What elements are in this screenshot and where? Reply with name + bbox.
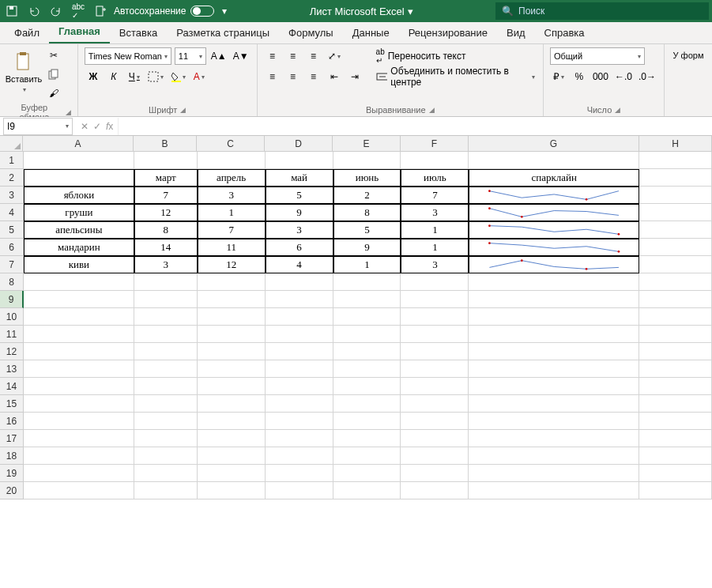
cell[interactable] [24,465,134,482]
tab-data[interactable]: Данные [343,22,399,43]
cell[interactable]: киви [24,256,134,273]
cell[interactable] [333,360,401,378]
cell[interactable] [198,308,266,326]
cell[interactable] [24,326,134,343]
cell[interactable] [24,447,134,465]
cell[interactable] [469,413,639,430]
cell[interactable] [266,413,333,430]
cell[interactable]: 1 [401,239,469,256]
row-header[interactable]: 6 [0,239,24,256]
tab-review[interactable]: Рецензирование [399,22,497,43]
cell[interactable] [469,152,639,169]
cell[interactable] [639,152,712,169]
tab-home[interactable]: Главная [49,21,110,43]
cell[interactable] [639,308,712,326]
row-header[interactable]: 15 [0,395,24,413]
tab-help[interactable]: Справка [535,22,594,43]
cell[interactable] [134,273,198,291]
name-box[interactable]: I9▾ [3,118,73,135]
decrease-decimal-icon[interactable]: .0→ [637,68,657,85]
row-header[interactable]: 5 [0,221,24,239]
cell[interactable] [401,326,469,343]
cell[interactable] [333,413,401,430]
cell[interactable] [401,378,469,395]
cell[interactable] [639,447,712,465]
cell[interactable] [639,395,712,413]
cell[interactable]: 3 [198,187,266,204]
tab-file[interactable]: Файл [5,22,49,43]
cell[interactable] [639,204,712,221]
cell[interactable] [134,395,198,413]
cell[interactable] [266,343,333,360]
cell[interactable] [401,430,469,447]
tab-layout[interactable]: Разметка страницы [167,22,279,43]
cell[interactable] [639,169,712,187]
underline-button[interactable]: Ч▾ [126,68,143,85]
cell[interactable] [198,413,266,430]
row-header[interactable]: 12 [0,343,24,360]
formula-input[interactable] [118,118,712,135]
cell[interactable]: 3 [266,221,333,239]
new-sheet-icon[interactable] [92,2,109,20]
cell[interactable]: 9 [266,204,333,221]
cell[interactable] [266,152,333,169]
align-bottom-icon[interactable]: ≡ [305,47,322,65]
cell[interactable] [469,187,639,204]
cell[interactable] [469,482,639,499]
cell[interactable] [469,465,639,482]
cell[interactable] [198,343,266,360]
row-header[interactable]: 4 [0,204,24,221]
cell[interactable] [401,447,469,465]
dialog-launcher-icon[interactable]: ◢ [180,106,186,114]
cell[interactable] [198,326,266,343]
row-header[interactable]: 1 [0,152,24,169]
cell[interactable] [266,447,333,465]
cell[interactable] [401,343,469,360]
cell[interactable] [333,343,401,360]
cut-icon[interactable]: ✂ [46,47,62,63]
spellcheck-icon[interactable]: abc✓ [70,2,87,20]
cell[interactable] [639,256,712,273]
row-header[interactable]: 18 [0,447,24,465]
row-header[interactable]: 17 [0,430,24,447]
cell[interactable] [198,447,266,465]
cell[interactable] [198,378,266,395]
row-header[interactable]: 10 [0,308,24,326]
cell[interactable]: спарклайн [469,169,639,187]
cell[interactable] [639,343,712,360]
dialog-launcher-icon[interactable]: ◢ [615,106,620,114]
fill-color-button[interactable]: ▾ [168,68,187,85]
cell[interactable] [401,413,469,430]
cell[interactable] [639,465,712,482]
cell[interactable]: 8 [134,221,198,239]
cell[interactable]: мандарин [24,239,134,256]
cell[interactable] [639,273,712,291]
tab-insert[interactable]: Вставка [110,22,167,43]
cell[interactable] [639,360,712,378]
row-header[interactable]: 20 [0,482,24,499]
cell[interactable] [24,430,134,447]
cell[interactable] [333,395,401,413]
percent-format-icon[interactable]: % [571,68,588,85]
search-box[interactable]: 🔍 Поиск [495,2,709,20]
cell[interactable] [134,343,198,360]
cell[interactable]: 3 [134,256,198,273]
cell[interactable] [333,291,401,308]
cell[interactable]: груши [24,204,134,221]
cell[interactable] [24,378,134,395]
cell[interactable] [401,152,469,169]
cell[interactable]: июль [401,169,469,187]
font-name-select[interactable]: Times New Roman▾ [85,47,171,65]
cell[interactable] [198,152,266,169]
cell[interactable] [24,273,134,291]
cell[interactable]: 7 [401,187,469,204]
row-header[interactable]: 11 [0,326,24,343]
cell[interactable] [24,152,134,169]
cell[interactable] [24,482,134,499]
undo-icon[interactable] [25,2,43,20]
cell[interactable] [266,482,333,499]
cell[interactable] [469,291,639,308]
cell[interactable] [469,256,639,273]
cell[interactable]: 14 [134,239,198,256]
cell[interactable] [639,239,712,256]
